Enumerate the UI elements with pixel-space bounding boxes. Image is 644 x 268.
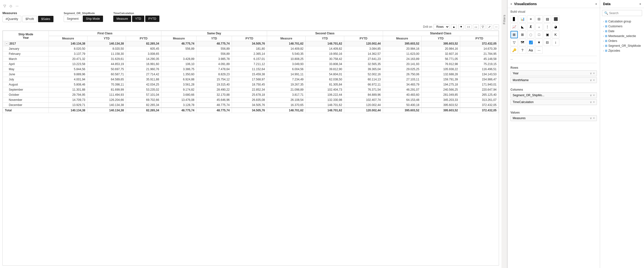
pie-icon-btn[interactable]: ◕ <box>552 23 559 30</box>
gauge-icon-btn[interactable]: ◌ <box>527 31 534 38</box>
column-chart-icon-btn[interactable]: 📊 <box>519 15 526 23</box>
viz-collapse-right[interactable]: » <box>596 2 597 5</box>
map-icon-btn[interactable]: 🗺 <box>519 39 526 46</box>
ribbon-chart-icon-btn[interactable]: 🎗 <box>527 23 534 30</box>
drill-label: Drill on <box>423 25 432 28</box>
slicer-icon-btn[interactable]: ▽ <box>510 39 518 46</box>
card-icon-btn[interactable]: □ <box>535 31 543 38</box>
drill-fullscreen-btn[interactable]: ⤢ <box>487 24 492 29</box>
field-year-actions[interactable]: ∨ × <box>590 72 595 75</box>
drill-select[interactable]: Rows <box>434 24 450 29</box>
field-segment-remove[interactable]: × <box>593 94 595 97</box>
qa-icon-btn[interactable]: ? <box>519 46 526 54</box>
tree-item-calculation-group[interactable]: ›⊞Calculation group <box>602 19 642 24</box>
tree-item-customers[interactable]: ›⊞Customers <box>602 24 642 29</box>
table-icon-btn[interactable]: ⊞ <box>519 31 526 38</box>
field-measures-remove[interactable]: × <box>593 117 595 120</box>
columns-title: Columns <box>510 88 597 91</box>
table-cell: 34.483,79 <box>383 82 421 87</box>
drill-down-btn[interactable]: ▼ <box>458 24 464 29</box>
kpi-icon-btn[interactable]: K <box>552 31 559 38</box>
table-cell: 14.709,73 <box>49 98 88 103</box>
field-timecalc-dropdown[interactable]: ∨ <box>590 100 592 104</box>
filter-icon[interactable]: ▽ <box>2 3 7 8</box>
table-cell: 11.158,30 <box>88 51 126 57</box>
table-cell: 220.647,94 <box>460 87 498 92</box>
table-cell: 3.128,78 <box>161 103 196 108</box>
table-cell: 281.049,85 <box>421 92 460 98</box>
field-monthname-dropdown[interactable]: ∨ <box>590 78 592 82</box>
pill-pytd[interactable]: PYTD <box>145 15 160 22</box>
field-segment-dropdown[interactable]: ∨ <box>590 94 592 97</box>
table-cell: 81.699,99 <box>88 87 126 92</box>
more-icon-btn[interactable]: ··· <box>535 46 543 54</box>
tree-item-meetwaarde_selectie[interactable]: ›⊞Meetwaarde_selectie <box>602 34 642 38</box>
filters-tab[interactable]: Filters <box>502 0 507 268</box>
line-chart-icon-btn[interactable]: 📈 <box>510 23 518 30</box>
table-cell: 26.835,08 <box>232 98 267 103</box>
pill-ytd[interactable]: YTD <box>132 15 144 22</box>
waterfall-icon-btn[interactable]: ⬦ <box>535 23 543 30</box>
viz-collapse-left[interactable]: « <box>510 2 512 5</box>
multi-row-card-icon-btn[interactable]: ▣ <box>544 31 551 38</box>
pill-shipmode[interactable]: Ship Mode <box>83 15 103 22</box>
more-icon[interactable]: ··· <box>15 3 20 8</box>
field-segment-shipmo-actions[interactable]: ∨ × <box>590 94 595 97</box>
bar-chart-icon-btn[interactable]: ▊ <box>510 15 518 23</box>
field-timecalc-remove[interactable]: × <box>593 100 595 104</box>
table-cell: 8.020,50 <box>49 46 88 51</box>
pill-quantity[interactable]: #Quantity <box>2 16 21 22</box>
field-timecalc-actions[interactable]: ∨ × <box>590 100 595 104</box>
field-measures-dropdown[interactable]: ∨ <box>590 117 592 120</box>
table-cell: 395.603,52 <box>383 41 421 46</box>
collapse-btn[interactable]: − <box>5 42 8 45</box>
table-cell: 6.004,56 <box>267 67 306 72</box>
field-year-remove[interactable]: × <box>593 72 595 75</box>
tree-item-zipcodes[interactable]: ›⊞Zipcodes <box>602 48 642 53</box>
table-cell: 3.561,28 <box>161 82 196 87</box>
icon-divider-2 <box>510 63 597 63</box>
field-monthname-actions[interactable]: ∨ × <box>590 78 595 82</box>
key-influencers-icon-btn[interactable]: 🔑 <box>510 46 518 54</box>
field-monthname-remove[interactable]: × <box>593 78 595 82</box>
filled-map-icon-btn[interactable]: 🗾 <box>527 39 534 46</box>
scatter-icon-btn[interactable]: ⋮ <box>544 23 551 30</box>
eraser-icon[interactable]: ◇ <box>8 3 13 8</box>
table-cell: 39.812,90 <box>306 67 344 72</box>
measures-pills: #Quantity $Profit $Sales <box>2 16 54 22</box>
pill-sales[interactable]: $Sales <box>38 16 54 22</box>
pill-profit[interactable]: $Profit <box>22 16 37 22</box>
funnel-icon-btn[interactable]: ▼ <box>535 39 543 46</box>
search-input[interactable] <box>609 11 640 15</box>
smart-narrative-icon-btn[interactable]: Aa <box>527 46 534 54</box>
stacked-column-icon-btn[interactable]: ⊟ <box>535 15 543 23</box>
matrix-icon-btn[interactable]: ⊞ <box>510 31 518 38</box>
drill-drilldown-btn[interactable]: ↓↓ <box>473 24 479 29</box>
decomp-icon-btn[interactable]: ↕ <box>552 39 559 46</box>
tree-item-orders[interactable]: ›⊞Orders <box>602 38 642 43</box>
drill-more-btn[interactable]: ··· <box>494 24 499 29</box>
stacked-bar-icon-btn[interactable]: ≡ <box>527 15 534 23</box>
table-cell: 48.775,74 <box>196 103 232 108</box>
area-chart-icon-btn[interactable]: ◣ <box>519 23 526 30</box>
field-measures-label: Measures <box>513 117 526 120</box>
field-year-dropdown[interactable]: ∨ <box>590 72 592 75</box>
tree-item-segment_or_shipmode[interactable]: ›⊞Segment_OR_ShipMode <box>602 43 642 48</box>
search-box[interactable]: 🔍 <box>602 10 642 16</box>
clustered-col-icon-btn[interactable]: ⬛ <box>552 15 559 23</box>
clustered-bar-icon-btn[interactable]: ▤ <box>544 15 551 23</box>
drill-filter-btn[interactable]: ▽ <box>480 24 485 29</box>
drill-up-btn[interactable]: ▲ <box>451 24 457 29</box>
tree-item-date[interactable]: ›⊞Date <box>602 29 642 34</box>
table-cell: 34.505,76 <box>232 41 267 46</box>
sub-stc-ytd: YTD <box>421 36 460 41</box>
pill-segment[interactable]: Segment <box>64 15 82 22</box>
table-cell: 3.049,93 <box>267 62 306 67</box>
data-collapse[interactable]: » <box>639 2 641 5</box>
field-measures-actions[interactable]: ∨ × <box>590 117 595 120</box>
table-cell: 120.002,44 <box>344 103 383 108</box>
treemap-icon-btn[interactable]: ⊟ <box>544 39 551 46</box>
drill-expand-btn[interactable]: ↕↕ <box>466 24 472 29</box>
table-cell: 25.678,18 <box>232 92 267 98</box>
pill-measure[interactable]: Measure <box>113 15 131 22</box>
